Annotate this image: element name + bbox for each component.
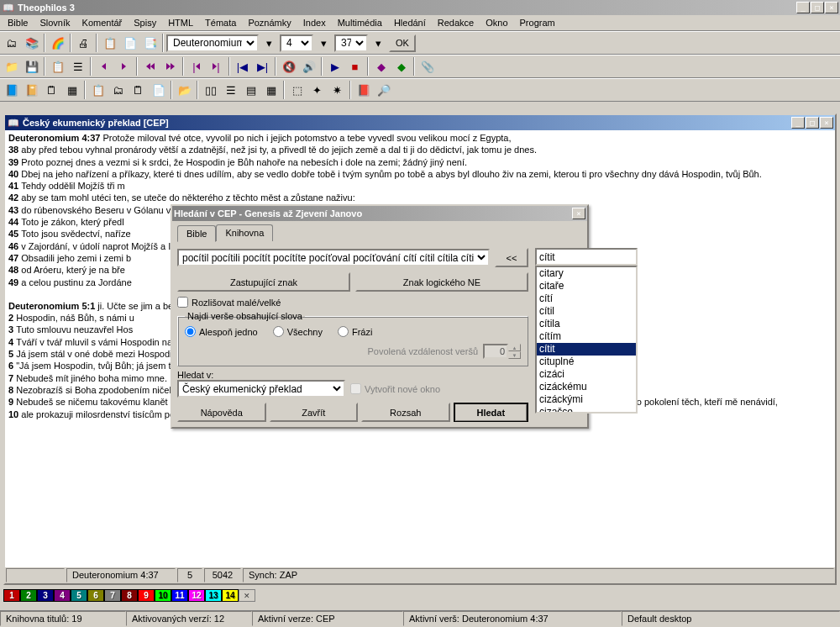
play-button[interactable]: ▶	[325, 57, 344, 76]
next-chap-button[interactable]	[160, 57, 180, 76]
tab-bible[interactable]: Bible	[177, 225, 216, 242]
cascade-icon[interactable]: ▤	[241, 81, 260, 99]
menu-index[interactable]: Index	[297, 16, 332, 29]
logical-not-button[interactable]: Znak logického NE	[355, 272, 528, 292]
menu-program[interactable]: Program	[514, 16, 561, 29]
maximize-button[interactable]: □	[811, 2, 824, 13]
tool-btn[interactable]: ✦	[307, 81, 327, 99]
close-button[interactable]: ×	[825, 2, 838, 13]
tool-btn[interactable]: 📔	[22, 81, 41, 99]
color-tab-7[interactable]: 7	[104, 589, 121, 602]
last-hit-button[interactable]: ▶|	[253, 57, 272, 76]
search-button[interactable]: Hledat	[454, 403, 529, 422]
doc-close-button[interactable]: ×	[820, 117, 833, 129]
minimize-button[interactable]: _	[796, 2, 810, 13]
searchin-combo[interactable]: Český ekumenický překlad	[177, 380, 345, 398]
list-item[interactable]: citary	[537, 267, 636, 280]
tool-btn[interactable]: 🗂	[108, 81, 128, 99]
list-item[interactable]: cizáci	[537, 368, 636, 381]
prev-results-button[interactable]: <<	[495, 248, 528, 267]
tool-btn[interactable]: 🗒	[129, 81, 148, 99]
menu-poznámky[interactable]: Poznámky	[242, 16, 297, 29]
color-tab-4[interactable]: 4	[54, 589, 71, 602]
toggle-a-button[interactable]: ◆	[371, 57, 391, 76]
close-dialog-button[interactable]: Zavřít	[270, 403, 359, 422]
toggle-b-button[interactable]: ◆	[391, 57, 411, 76]
tool-btn[interactable]: 📋	[48, 57, 67, 76]
color-tab-1[interactable]: 1	[3, 589, 20, 602]
dialog-close-button[interactable]: ×	[572, 208, 585, 219]
chapter-dropdown-icon[interactable]: ▾	[314, 34, 333, 52]
tile-v-icon[interactable]: ▯▯	[201, 81, 220, 99]
case-checkbox[interactable]: Rozlišovat malé/velké	[177, 297, 528, 308]
tool-btn[interactable]: 📁	[2, 57, 21, 76]
list-item[interactable]: cítil	[537, 305, 636, 318]
menu-bible[interactable]: Bible	[2, 16, 34, 29]
list-item[interactable]: cizáckému	[537, 381, 636, 393]
first-hit-button[interactable]: |◀	[233, 57, 252, 76]
tool-btn[interactable]: ✷	[328, 81, 347, 99]
menu-spisy[interactable]: Spisy	[128, 16, 162, 29]
tool-btn[interactable]: 📄	[149, 81, 168, 99]
help-button[interactable]: Nápověda	[177, 403, 266, 422]
grid-icon[interactable]: ▦	[261, 81, 281, 99]
doc-minimize-button[interactable]: _	[791, 117, 805, 129]
tool-btn[interactable]: 🖨	[74, 34, 93, 52]
tool-btn[interactable]: 📚	[22, 34, 41, 52]
menu-komentář[interactable]: Komentář	[76, 16, 129, 29]
color-tab-13[interactable]: 13	[205, 589, 222, 602]
tool-btn[interactable]: ⬚	[287, 81, 307, 99]
chapter-select[interactable]: 4	[280, 34, 313, 52]
color-tab-2[interactable]: 2	[20, 589, 37, 602]
color-tab-close[interactable]: ✕	[239, 589, 255, 602]
tool-btn[interactable]: 📘	[2, 81, 21, 99]
sound-off-icon[interactable]: 🔇	[279, 57, 298, 76]
list-item[interactable]: cítím	[537, 330, 636, 343]
list-item[interactable]: citaře	[537, 280, 636, 292]
book-dropdown-icon[interactable]: ▾	[260, 34, 279, 52]
color-tab-5[interactable]: 5	[71, 589, 87, 602]
tool-btn[interactable]: 📑	[140, 34, 160, 52]
color-tab-3[interactable]: 3	[37, 589, 54, 602]
tool-btn[interactable]: 🌈	[48, 34, 67, 52]
tab-library[interactable]: Knihovna	[216, 224, 273, 241]
menu-hledání[interactable]: Hledání	[388, 16, 432, 29]
tool-btn[interactable]: 🗂	[2, 34, 21, 52]
next-book-button[interactable]	[114, 57, 134, 76]
list-item[interactable]: cítila	[537, 318, 636, 330]
color-tab-9[interactable]: 9	[138, 589, 155, 602]
color-tab-8[interactable]: 8	[121, 589, 138, 602]
tool-btn[interactable]: 📋	[88, 81, 108, 99]
stop-button[interactable]: ■	[345, 57, 365, 76]
tool-btn[interactable]: 📂	[175, 81, 194, 99]
tile-h-icon[interactable]: ☰	[221, 81, 240, 99]
tool-btn[interactable]: 💾	[22, 57, 41, 76]
radio-all[interactable]: Všechny	[273, 326, 323, 337]
query-combo[interactable]: pocítil pocítili pocítít pocítíte pocíťo…	[177, 249, 490, 266]
range-button[interactable]: Rozsah	[361, 403, 450, 422]
verse-select[interactable]: 37	[334, 34, 368, 52]
list-item[interactable]: cizačce	[537, 406, 636, 414]
color-tab-14[interactable]: 14	[222, 589, 239, 602]
tool-btn[interactable]: ▦	[62, 81, 81, 99]
tool-btn[interactable]: 🗒	[42, 81, 61, 99]
tool-btn[interactable]: 📕	[354, 81, 373, 99]
prev-chap-button[interactable]	[140, 57, 160, 76]
sound-on-icon[interactable]: 🔊	[299, 57, 318, 76]
color-tab-11[interactable]: 11	[171, 589, 188, 602]
menu-html[interactable]: HTML	[162, 16, 199, 29]
prev-book-button[interactable]	[94, 57, 113, 76]
radio-phrase[interactable]: Frázi	[338, 326, 372, 337]
list-item[interactable]: cítit	[537, 343, 636, 356]
list-item[interactable]: cizáckými	[537, 393, 636, 406]
radio-any[interactable]: Alespoň jedno	[185, 326, 258, 337]
dialog-titlebar[interactable]: Hledání v CEP - Genesis až Zjevení Janov…	[172, 206, 587, 221]
menu-slovník[interactable]: Slovník	[34, 16, 76, 29]
tool-btn[interactable]: 📋	[100, 34, 119, 52]
color-tab-10[interactable]: 10	[155, 589, 171, 602]
book-select[interactable]: Deuteronomium	[166, 34, 259, 52]
list-item[interactable]: cituplné	[537, 356, 636, 368]
menu-okno[interactable]: Okno	[480, 16, 513, 29]
last-button[interactable]: |	[207, 57, 226, 76]
attach-icon[interactable]: 📎	[417, 57, 437, 76]
